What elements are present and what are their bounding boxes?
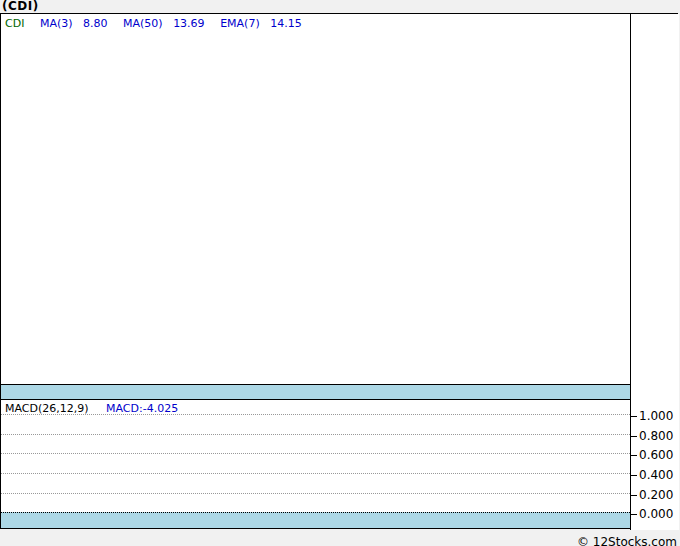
gridline-0.800 xyxy=(1,434,630,435)
tick-mark xyxy=(631,495,637,496)
macd-panel: MACD(26,12,9) MACD:-4.025 xyxy=(1,400,630,512)
right-axis-column: 1.000 0.800 0.600 0.400 0.200 0.000 xyxy=(631,14,679,530)
date-axis-strip-top xyxy=(1,385,630,400)
ema7-value: 14.15 xyxy=(270,17,302,30)
axis-tick-row: 0.600 xyxy=(631,448,673,462)
tick-mark xyxy=(631,455,637,456)
gridline-0.400 xyxy=(1,473,630,474)
site-credit: © 12Stocks.com xyxy=(577,535,680,546)
chart-title: (CDI) xyxy=(2,0,39,13)
macd-value: MACD:-4.025 xyxy=(106,402,178,415)
chart-frame: CDI MA(3) 8.80 MA(50) 13.69 EMA(7) 14.15… xyxy=(0,13,678,529)
title-bar: (CDI) xyxy=(0,0,680,13)
plot-column: CDI MA(3) 8.80 MA(50) 13.69 EMA(7) 14.15… xyxy=(1,14,630,530)
symbol-label: CDI xyxy=(5,17,24,30)
ema7-label: EMA(7) xyxy=(220,17,260,30)
axis-tick-label: 0.600 xyxy=(639,448,673,462)
ma3-value: 8.80 xyxy=(83,17,108,30)
ma50-label: MA(50) xyxy=(123,17,163,30)
tick-mark xyxy=(631,475,637,476)
date-axis-strip-bottom xyxy=(1,512,630,528)
axis-tick-label: 0.000 xyxy=(639,507,673,521)
gridline-0.200 xyxy=(1,493,630,494)
axis-tick-row: 0.400 xyxy=(631,468,673,482)
macd-legend: MACD(26,12,9) MACD:-4.025 xyxy=(5,402,178,415)
tick-mark xyxy=(631,514,637,515)
axis-tick-row: 0.200 xyxy=(631,488,673,502)
axis-tick-row: 0.800 xyxy=(631,429,673,443)
axis-tick-row: 1.000 xyxy=(631,409,673,423)
axis-tick-label: 0.200 xyxy=(639,488,673,502)
price-legend: CDI MA(3) 8.80 MA(50) 13.69 EMA(7) 14.15 xyxy=(5,17,314,30)
axis-tick-label: 0.400 xyxy=(639,468,673,482)
gridline-0.600 xyxy=(1,453,630,454)
axis-tick-label: 0.800 xyxy=(639,429,673,443)
axis-tick-row: 0.000 xyxy=(631,507,673,521)
axis-tick-label: 1.000 xyxy=(639,409,673,423)
price-panel: CDI MA(3) 8.80 MA(50) 13.69 EMA(7) 14.15 xyxy=(1,14,630,385)
tick-mark xyxy=(631,436,637,437)
footer-bar: © 12Stocks.com xyxy=(0,531,680,546)
ma3-label: MA(3) xyxy=(40,17,73,30)
tick-mark xyxy=(631,416,637,417)
ma50-value: 13.69 xyxy=(173,17,205,30)
macd-label: MACD(26,12,9) xyxy=(5,402,89,415)
